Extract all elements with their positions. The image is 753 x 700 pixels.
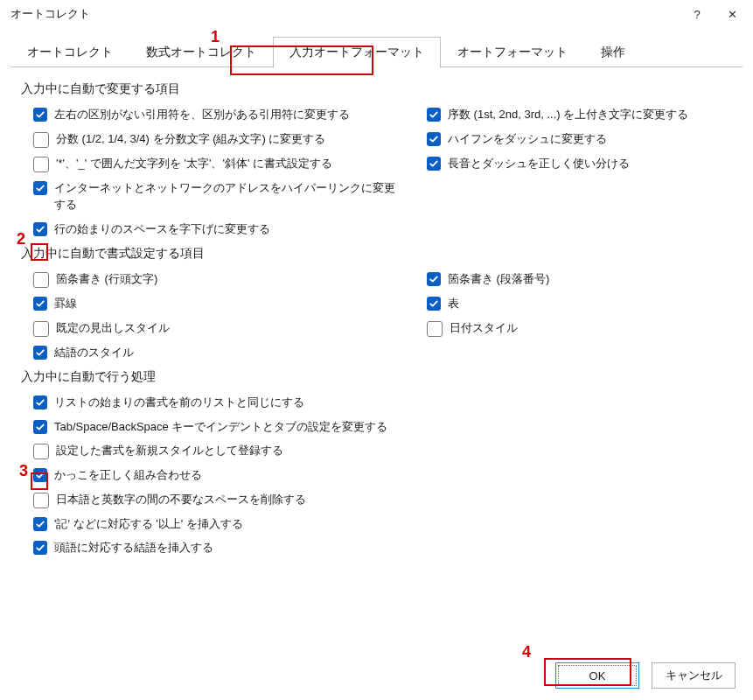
section-title-change: 入力中に自動で変更する項目 [21,81,736,97]
option-label: '記' などに対応する '以上' を挿入する [54,515,243,533]
tables-checkbox[interactable] [427,297,441,311]
option-label: 箇条書き (段落番号) [448,270,549,288]
option-label: 左右の区別がない引用符を、区別がある引用符に変更する [54,106,350,123]
option-label: 日本語と英数字の間の不要なスペースを削除する [56,491,306,508]
option-ordinals[interactable]: 序数 (1st, 2nd, 3rd, ...) を上付き文字に変更する [415,106,736,123]
tabbar: オートコレクト数式オートコレクト入力オートフォーマットオートフォーマット操作 [10,36,743,67]
option-insert-closing[interactable]: 頭語に対応する結語を挿入する [21,539,736,556]
closing-style-checkbox[interactable] [33,346,47,360]
option-label: 罫線 [54,295,77,312]
indent-spaces-checkbox[interactable] [33,222,47,236]
option-tables[interactable]: 表 [415,295,736,312]
option-label: 既定の見出しスタイル [56,319,170,337]
option-label: インターネットとネットワークのアドレスをハイパーリンクに変更する [54,179,406,214]
option-label: 結語のスタイル [54,344,134,361]
option-date-style[interactable]: 日付スタイル [415,319,736,337]
option-smart-quotes[interactable]: 左右の区別がない引用符を、区別がある引用符に変更する [21,106,406,123]
section-title-process: 入力中に自動で行う処理 [21,369,736,385]
window-title: オートコレクト [10,6,680,22]
insert-closing-checkbox[interactable] [33,541,47,555]
bold-italic-checkbox[interactable] [33,157,49,172]
borders-checkbox[interactable] [33,297,47,311]
option-hyphen-dash[interactable]: ハイフンをダッシュに変更する [415,130,736,148]
option-borders[interactable]: 罫線 [21,295,406,312]
tab-3[interactable]: オートフォーマット [441,37,584,68]
option-bold-italic[interactable]: '*'、'_' で囲んだ文字列を '太字'、'斜体' に書式設定する [21,155,406,172]
option-label: 行の始まりのスペースを字下げに変更する [54,220,270,238]
option-label: 箇条書き (行頭文字) [56,270,157,288]
option-bullets[interactable]: 箇条書き (行頭文字) [21,270,406,288]
option-match-brackets[interactable]: かっこを正しく組み合わせる [21,466,736,484]
bullets-checkbox[interactable] [33,272,49,288]
heading-styles-checkbox[interactable] [33,321,49,337]
long-vowel-dash-checkbox[interactable] [427,157,441,171]
option-closing-style[interactable]: 結語のスタイル [21,344,406,361]
autocorrect-dialog: オートコレクト ? ✕ オートコレクト数式オートコレクト入力オートフォーマットオ… [0,0,753,700]
option-long-vowel-dash[interactable]: 長音とダッシュを正しく使い分ける [415,155,736,172]
option-insert-ijou[interactable]: '記' などに対応する '以上' を挿入する [21,515,736,533]
option-new-style[interactable]: 設定した書式を新規スタイルとして登録する [21,442,736,459]
ordinals-checkbox[interactable] [427,108,441,122]
dialog-footer: OK キャンセル [0,651,753,700]
option-label: リストの始まりの書式を前のリストと同じにする [54,394,304,411]
new-style-checkbox[interactable] [33,444,49,459]
option-label: '*'、'_' で囲んだ文字列を '太字'、'斜体' に書式設定する [56,155,332,172]
option-label: 分数 (1/2, 1/4, 3/4) を分数文字 (組み文字) に変更する [56,130,325,148]
option-label: かっこを正しく組み合わせる [54,466,202,484]
insert-ijou-checkbox[interactable] [33,517,47,531]
option-numbered-lists[interactable]: 箇条書き (段落番号) [415,270,736,288]
option-indent-spaces[interactable]: 行の始まりのスペースを字下げに変更する [21,220,406,238]
close-button[interactable]: ✕ [715,0,750,28]
date-style-checkbox[interactable] [427,321,443,337]
tab-4[interactable]: 操作 [584,37,642,68]
option-label: 表 [448,295,459,312]
option-fractions[interactable]: 分数 (1/2, 1/4, 3/4) を分数文字 (組み文字) に変更する [21,130,406,148]
option-trim-spaces[interactable]: 日本語と英数字の間の不要なスペースを削除する [21,491,736,508]
match-brackets-checkbox[interactable] [33,468,47,482]
option-label: 長音とダッシュを正しく使い分ける [448,155,630,172]
option-label: 頭語に対応する結語を挿入する [54,539,213,556]
fractions-checkbox[interactable] [33,132,49,148]
option-label: 日付スタイル [450,319,518,337]
option-list-like-prev[interactable]: リストの始まりの書式を前のリストと同じにする [21,394,736,411]
help-button[interactable]: ? [680,0,715,28]
option-hyperlinks[interactable]: インターネットとネットワークのアドレスをハイパーリンクに変更する [21,179,406,214]
hyphen-dash-checkbox[interactable] [427,132,441,146]
option-heading-styles[interactable]: 既定の見出しスタイル [21,319,406,337]
cancel-button[interactable]: キャンセル [652,662,736,689]
hyperlinks-checkbox[interactable] [33,181,47,195]
titlebar: オートコレクト ? ✕ [0,0,753,29]
tab-0[interactable]: オートコレクト [10,37,129,68]
option-label: ハイフンをダッシュに変更する [448,130,607,148]
section-title-format: 入力中に自動で書式設定する項目 [21,246,736,262]
tab-space-backspace-checkbox[interactable] [33,420,47,434]
ok-button[interactable]: OK [555,662,639,689]
option-label: 設定した書式を新規スタイルとして登録する [56,442,283,459]
smart-quotes-checkbox[interactable] [33,108,47,122]
tab-2[interactable]: 入力オートフォーマット [273,37,441,68]
list-like-prev-checkbox[interactable] [33,396,47,410]
tab-1[interactable]: 数式オートコレクト [129,37,273,68]
option-tab-space-backspace[interactable]: Tab/Space/BackSpace キーでインデントとタブの設定を変更する [21,418,736,436]
option-label: 序数 (1st, 2nd, 3rd, ...) を上付き文字に変更する [448,106,688,123]
trim-spaces-checkbox[interactable] [33,493,49,508]
option-label: Tab/Space/BackSpace キーでインデントとタブの設定を変更する [54,418,387,436]
numbered-lists-checkbox[interactable] [427,272,441,286]
tab-panel-input-autoformat: 入力中に自動で変更する項目 左右の区別がない引用符を、区別がある引用符に変更する… [0,67,753,651]
